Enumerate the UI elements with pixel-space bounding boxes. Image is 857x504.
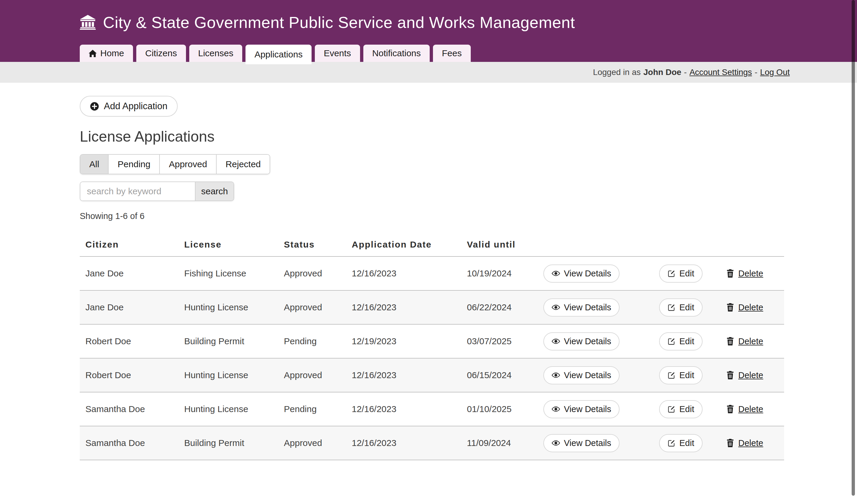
cell-status: Approved xyxy=(278,302,346,313)
nav-tab-notifications[interactable]: Notifications xyxy=(363,45,430,62)
delete-link[interactable]: Delete xyxy=(738,336,763,346)
view-details-button[interactable]: View Details xyxy=(543,434,620,452)
app-header: City & State Government Public Service a… xyxy=(0,0,857,62)
cell-status: Approved xyxy=(278,438,346,448)
col-header-application-date: Application Date xyxy=(346,239,461,250)
cell-citizen: Robert Doe xyxy=(80,370,179,380)
edit-icon xyxy=(668,270,675,278)
table-row: Samantha Doe Hunting License Pending 12/… xyxy=(80,392,784,426)
edit-icon xyxy=(668,337,675,346)
edit-button[interactable]: Edit xyxy=(659,434,703,452)
view-details-button[interactable]: View Details xyxy=(543,265,620,283)
edit-icon xyxy=(668,303,675,312)
cell-status: Pending xyxy=(278,336,346,346)
cell-citizen: Samantha Doe xyxy=(80,404,179,414)
cell-license: Hunting License xyxy=(179,404,278,414)
cell-valid-until: 01/10/2025 xyxy=(461,404,538,414)
cell-license: Hunting License xyxy=(179,370,278,380)
edit-button[interactable]: Edit xyxy=(659,265,703,283)
table-row: Robert Doe Hunting License Approved 12/1… xyxy=(80,358,784,392)
cell-citizen: Jane Doe xyxy=(80,302,179,313)
page-title: License Applications xyxy=(80,128,784,145)
search-bar: search xyxy=(80,182,234,201)
log-out-link[interactable]: Log Out xyxy=(760,68,790,77)
logged-in-prefix: Logged in as xyxy=(593,68,641,77)
cell-citizen: Samantha Doe xyxy=(80,438,179,448)
cell-citizen: Jane Doe xyxy=(80,268,179,279)
nav-tab-home[interactable]: Home xyxy=(80,45,133,62)
cell-application-date: 12/16/2023 xyxy=(346,268,461,279)
table-row: Jane Doe Hunting License Approved 12/16/… xyxy=(80,291,784,324)
separator: - xyxy=(684,68,687,77)
cell-valid-until: 06/15/2024 xyxy=(461,370,538,380)
trash-icon xyxy=(726,337,734,346)
view-details-button[interactable]: View Details xyxy=(543,298,620,317)
session-bar: Logged in as John Doe - Account Settings… xyxy=(0,62,857,83)
nav-tab-licenses[interactable]: Licenses xyxy=(189,45,242,62)
table-header-row: Citizen License Status Application Date … xyxy=(80,233,784,257)
view-details-button[interactable]: View Details xyxy=(543,400,620,418)
eye-icon xyxy=(552,439,560,447)
main-navigation: Home Citizens Licenses Applications Even… xyxy=(80,45,471,62)
cell-application-date: 12/19/2023 xyxy=(346,336,461,346)
status-filter-group: All Pending Approved Rejected xyxy=(80,154,270,174)
trash-icon xyxy=(726,405,734,413)
eye-icon xyxy=(552,371,560,379)
cell-status: Approved xyxy=(278,370,346,380)
cell-license: Building Permit xyxy=(179,438,278,448)
trash-icon xyxy=(726,439,734,447)
view-details-button[interactable]: View Details xyxy=(543,332,620,351)
col-header-license: License xyxy=(179,239,278,250)
cell-application-date: 12/16/2023 xyxy=(346,302,461,313)
bank-icon xyxy=(80,15,96,30)
add-application-button[interactable]: Add Application xyxy=(80,96,178,117)
cell-citizen: Robert Doe xyxy=(80,336,179,346)
cell-license: Fishing License xyxy=(179,268,278,279)
app-title: City & State Government Public Service a… xyxy=(103,13,575,32)
cell-application-date: 12/16/2023 xyxy=(346,370,461,380)
nav-tab-citizens[interactable]: Citizens xyxy=(136,45,186,62)
delete-link[interactable]: Delete xyxy=(738,303,763,313)
delete-link[interactable]: Delete xyxy=(738,404,763,414)
col-header-valid-until: Valid until xyxy=(461,239,538,250)
search-input[interactable] xyxy=(80,182,195,201)
brand: City & State Government Public Service a… xyxy=(0,0,857,45)
eye-icon xyxy=(552,405,560,413)
trash-icon xyxy=(726,371,734,379)
edit-button[interactable]: Edit xyxy=(659,332,703,351)
delete-link[interactable]: Delete xyxy=(738,438,763,448)
filter-rejected[interactable]: Rejected xyxy=(217,155,270,174)
cell-status: Pending xyxy=(278,404,346,414)
scrollbar-thumb[interactable] xyxy=(852,0,855,496)
table-row: Robert Doe Building Permit Pending 12/19… xyxy=(80,324,784,358)
home-icon xyxy=(89,50,97,57)
nav-tab-fees[interactable]: Fees xyxy=(433,45,471,62)
edit-button[interactable]: Edit xyxy=(659,366,703,384)
cell-valid-until: 10/19/2024 xyxy=(461,268,538,279)
cell-application-date: 12/16/2023 xyxy=(346,438,461,448)
cell-application-date: 12/16/2023 xyxy=(346,404,461,414)
plus-circle-icon xyxy=(90,102,99,111)
logged-in-user: John Doe xyxy=(643,68,682,77)
applications-table: Citizen License Status Application Date … xyxy=(80,233,784,460)
filter-all[interactable]: All xyxy=(80,155,108,174)
nav-tab-events[interactable]: Events xyxy=(315,45,360,62)
col-header-status: Status xyxy=(278,239,346,250)
search-button[interactable]: search xyxy=(195,182,234,201)
nav-tab-applications[interactable]: Applications xyxy=(246,45,312,64)
edit-icon xyxy=(668,405,675,413)
edit-button[interactable]: Edit xyxy=(659,298,703,317)
edit-icon xyxy=(668,439,675,447)
account-settings-link[interactable]: Account Settings xyxy=(689,68,752,77)
edit-icon xyxy=(668,371,675,379)
eye-icon xyxy=(552,303,560,312)
delete-link[interactable]: Delete xyxy=(738,370,763,380)
cell-status: Approved xyxy=(278,268,346,279)
delete-link[interactable]: Delete xyxy=(738,269,763,279)
trash-icon xyxy=(726,269,734,278)
eye-icon xyxy=(552,337,560,346)
edit-button[interactable]: Edit xyxy=(659,400,703,418)
filter-pending[interactable]: Pending xyxy=(108,155,160,174)
view-details-button[interactable]: View Details xyxy=(543,366,620,384)
filter-approved[interactable]: Approved xyxy=(160,155,216,174)
